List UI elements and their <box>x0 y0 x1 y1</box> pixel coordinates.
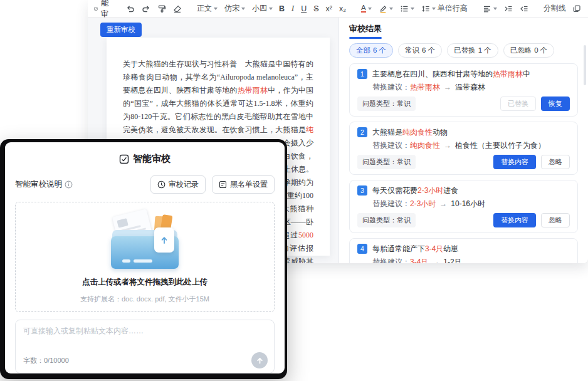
issue-type-chip: 问题类型：常识 <box>357 155 416 169</box>
upload-sub-text: 支持扩展名：doc. docx. pdf, 文件小于15M <box>16 295 274 304</box>
card-primary-button[interactable]: 替换内容 <box>493 155 536 169</box>
issue-type-chip: 问题类型：常识 <box>357 97 416 111</box>
suggestion-label: 替换建议： <box>372 199 410 208</box>
info-icon[interactable] <box>65 180 73 189</box>
arrow-icon: → <box>432 258 439 263</box>
undo-icon <box>126 4 135 13</box>
filter-chip-label: 已忽略 <box>510 46 532 55</box>
paragraph-style-value: 正文 <box>197 3 212 14</box>
blacklist-settings-label: 黑名单设置 <box>230 179 268 190</box>
upload-dropzone[interactable]: 点击上传或者将文件拖拽到此处上传 支持扩展名：doc. docx. pdf, 文… <box>15 202 275 312</box>
suggestion-replacement: 10-16小时 <box>451 199 485 208</box>
suggestion-label: 替换建议： <box>372 141 410 150</box>
eraser-icon <box>173 4 182 13</box>
results-title: 审校结果 <box>349 23 382 39</box>
result-cards: 1 主要栖息在四川、陕西和甘肃等地的热带雨林中 替换建议：热带雨林→温带森林 问… <box>349 63 578 263</box>
upload-file-badge <box>154 227 174 253</box>
indent-increase-button[interactable] <box>504 4 513 13</box>
font-size-value: 小四 <box>252 3 267 14</box>
dialog-actions: 审校记录 黑名单设置 <box>150 175 275 194</box>
font-family-select[interactable]: 仿宋 <box>224 3 245 14</box>
filter-chip-label: 全部 <box>356 46 370 55</box>
paragraph-style-select[interactable]: 正文 <box>197 3 218 14</box>
suggestion-original: 纯肉食性 <box>410 141 440 150</box>
flagged-term[interactable]: 热带雨林 <box>238 86 268 95</box>
submit-button[interactable] <box>251 352 268 368</box>
recheck-button[interactable]: 重新审校 <box>100 23 142 37</box>
filter-chip[interactable]: 已替换 1 个 <box>447 43 498 58</box>
issue-number-badge: 1 <box>357 69 367 79</box>
upload-dialog-content: 智能审校 智能审校说明 审校记录 黑名单设置 <box>5 142 285 373</box>
issue-number-badge: 3 <box>357 185 367 196</box>
superscript-button[interactable]: x² <box>326 4 332 13</box>
filter-chip-count: 1 个 <box>478 46 491 55</box>
list-style-button[interactable] <box>400 4 414 13</box>
issue-sentence: 大熊猫是纯肉食性动物 <box>372 127 448 137</box>
align-button[interactable] <box>483 4 497 13</box>
insert-divider-button[interactable]: 分割线 <box>543 3 566 14</box>
suggestion-original: 热带雨林 <box>410 83 440 91</box>
blacklist-settings-button[interactable]: 黑名单设置 <box>212 175 275 194</box>
highlight-color-button[interactable] <box>379 4 393 13</box>
upload-main-text: 点击上传或者将文件拖拽到此处上传 <box>16 277 274 288</box>
suggestion-row: 替换建议：纯肉食性→植食性（主要以竹子为食） <box>372 141 570 150</box>
subscript-button[interactable]: x₂ <box>339 4 346 13</box>
font-group: 正文 仿宋 小四 <box>197 3 273 14</box>
card-primary-button[interactable]: 恢复 <box>541 97 570 111</box>
filter-chip[interactable]: 全部 6 个 <box>349 43 393 58</box>
filter-chips: 全部 6 个 常识 6 个 已替换 1 个 已忽略 0 个 <box>349 43 578 58</box>
font-size-select[interactable]: 小四 <box>252 3 273 14</box>
dialog-info-row: 智能审校说明 审校记录 黑名单设置 <box>15 175 275 194</box>
window-controls <box>572 4 588 13</box>
suggestion-original: 2-3小时 <box>410 199 436 208</box>
issue-number-badge: 4 <box>357 244 367 254</box>
line-height-button[interactable]: 单倍行高 <box>421 3 468 14</box>
indent-decrease-button[interactable] <box>520 4 528 13</box>
upload-folder-illustration <box>107 211 183 271</box>
strikethrough-button[interactable]: S <box>313 4 318 13</box>
result-card: 1 主要栖息在四川、陕西和甘肃等地的热带雨林中 替换建议：热带雨林→温带森林 问… <box>349 63 578 117</box>
dialog-header: 智能审校 <box>15 153 275 165</box>
align-left-icon <box>483 4 491 13</box>
line-height-icon <box>421 4 430 13</box>
filter-chip[interactable]: 常识 6 个 <box>398 43 442 58</box>
issue-number-badge: 2 <box>357 127 367 137</box>
underline-button[interactable]: U <box>301 4 307 13</box>
chevron-down-icon <box>389 8 393 10</box>
screen: 智能审校 正文 仿宋 小四 B I U S x² x₂ <box>0 0 588 381</box>
arrow-icon: → <box>444 141 451 150</box>
indent-decrease-icon <box>520 4 528 13</box>
upload-dialog: 智能审校 智能审校说明 审校记录 黑名单设置 <box>0 139 287 379</box>
highlight-pen-icon <box>379 4 387 13</box>
arrow-up-icon <box>256 357 264 365</box>
card-ignore-button[interactable]: 忽略 <box>541 155 570 169</box>
bold-button[interactable]: B <box>279 4 285 13</box>
text-input[interactable] <box>23 326 266 351</box>
scrollbar-thumb[interactable] <box>584 45 586 85</box>
format-painter-button[interactable] <box>157 4 166 13</box>
font-color-button[interactable]: A <box>361 4 372 13</box>
text-input-box: 字数：0/10000 <box>15 320 275 373</box>
card-primary-button[interactable]: 替换内容 <box>493 213 536 227</box>
result-card: 3 每天仅需花费2-3小时进食 替换建议：2-3小时→10-16小时 问题类型：… <box>349 180 578 233</box>
suggestion-label: 替换建议： <box>372 83 410 91</box>
issue-sentence: 主要栖息在四川、陕西和甘肃等地的热带雨林中 <box>372 69 530 79</box>
app-logo-icon <box>94 4 98 13</box>
italic-button[interactable]: I <box>291 4 294 13</box>
clear-format-button[interactable] <box>173 4 182 13</box>
card-ignore-button[interactable]: 忽略 <box>541 213 570 227</box>
filter-chip-count: 6 个 <box>422 46 435 55</box>
input-bottom-row: 字数：0/10000 <box>23 352 268 368</box>
filter-chip[interactable]: 已忽略 0 个 <box>503 43 555 58</box>
filter-chip-count: 6 个 <box>373 46 386 55</box>
copy-button[interactable] <box>572 4 581 13</box>
suggestion-replacement: 1-2只 <box>443 258 461 263</box>
redo-button[interactable] <box>142 4 150 13</box>
chevron-down-icon <box>432 8 436 10</box>
chevron-down-icon <box>368 8 372 10</box>
suggestion-row: 替换建议：3-4只→1-2只 <box>372 258 570 263</box>
review-history-button[interactable]: 审校记录 <box>150 175 206 194</box>
undo-button[interactable] <box>126 4 135 13</box>
editor-toolbar: 智能审校 正文 仿宋 小四 B I U S x² x₂ <box>88 0 588 18</box>
suggestion-replacement: 温带森林 <box>455 83 485 91</box>
